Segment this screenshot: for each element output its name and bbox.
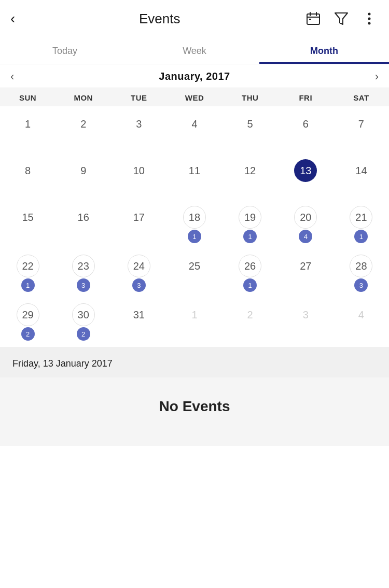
day-number: 22 — [17, 255, 39, 277]
day-number: 26 — [239, 255, 261, 277]
day-number: 7 — [350, 113, 372, 135]
day-number: 12 — [239, 159, 261, 182]
day-number: 24 — [128, 255, 150, 277]
day-number: 1 — [17, 113, 39, 135]
calendar-cell[interactable]: 11 — [166, 153, 222, 200]
calendar-cell[interactable]: 14 — [334, 153, 389, 200]
calendar-cell[interactable]: 191 — [223, 200, 278, 248]
calendar-grid: 1234567891011121314151617181191204211221… — [0, 106, 389, 346]
event-badge: 1 — [354, 230, 368, 243]
day-number: 4 — [350, 303, 372, 326]
filter-icon-button[interactable] — [332, 9, 351, 28]
day-number: 25 — [183, 255, 206, 277]
more-icon-button[interactable] — [360, 9, 379, 28]
header: ‹ Events — [0, 0, 389, 37]
calendar-cell[interactable]: 7 — [334, 106, 389, 153]
page-title: Events — [15, 11, 304, 27]
more-icon — [367, 11, 371, 26]
event-badge: 1 — [21, 278, 35, 292]
calendar-cell[interactable]: 3 — [278, 297, 334, 346]
day-number: 10 — [128, 159, 150, 182]
next-month-button[interactable]: › — [365, 70, 389, 83]
event-badge: 1 — [243, 278, 257, 292]
calendar-cell[interactable]: 15 — [0, 200, 55, 248]
day-number: 2 — [72, 113, 95, 135]
day-number: 19 — [239, 206, 261, 229]
tab-today[interactable]: Today — [0, 37, 130, 64]
day-header-tue: TUE — [111, 93, 166, 102]
tab-month[interactable]: Month — [259, 37, 389, 64]
day-number: 29 — [17, 303, 39, 326]
day-number: 17 — [128, 206, 150, 229]
calendar-cell[interactable]: 12 — [223, 153, 278, 200]
day-number: 8 — [17, 159, 39, 182]
selected-date-label: Friday, 13 January 2017 — [12, 358, 113, 369]
calendar-cell[interactable]: 211 — [334, 200, 389, 248]
calendar-cell[interactable]: 17 — [111, 200, 166, 248]
day-header-wed: WED — [166, 93, 222, 102]
calendar-cell[interactable]: 27 — [278, 248, 334, 297]
calendar-cell[interactable]: 221 — [0, 248, 55, 297]
calendar-cell[interactable]: 25 — [166, 248, 222, 297]
calendar-cell[interactable]: 243 — [111, 248, 166, 297]
day-number: 27 — [294, 255, 317, 277]
day-header-sat: SAT — [334, 93, 389, 102]
calendar-cell[interactable]: 10 — [111, 153, 166, 200]
month-year-label: January, 2017 — [159, 71, 230, 82]
svg-point-7 — [368, 18, 371, 20]
day-headers: SUNMONTUEWEDTHUFRISAT — [0, 88, 389, 106]
day-header-mon: MON — [55, 93, 111, 102]
calendar-cell[interactable]: 302 — [55, 297, 111, 346]
day-number: 3 — [128, 113, 150, 135]
calendar-cell[interactable]: 261 — [223, 248, 278, 297]
day-header-fri: FRI — [278, 93, 334, 102]
calendar-cell[interactable]: 31 — [111, 297, 166, 346]
calendar-cell[interactable]: 5 — [223, 106, 278, 153]
calendar-cell[interactable]: 4 — [166, 106, 222, 153]
day-number: 5 — [239, 113, 261, 135]
svg-rect-4 — [309, 19, 311, 20]
event-badge: 1 — [243, 230, 257, 243]
tab-week[interactable]: Week — [130, 37, 259, 64]
event-badge: 1 — [188, 230, 201, 243]
calendar-cell[interactable]: 6 — [278, 106, 334, 153]
calendar-cell[interactable]: 8 — [0, 153, 55, 200]
svg-marker-5 — [335, 13, 348, 24]
calendar-icon-button[interactable] — [304, 9, 323, 28]
day-number: 3 — [294, 303, 317, 326]
calendar-cell[interactable]: 283 — [334, 248, 389, 297]
header-center: Events — [15, 11, 304, 27]
no-events-label: No Events — [159, 398, 230, 415]
calendar-cell[interactable]: 4 — [334, 297, 389, 346]
day-number: 18 — [183, 206, 206, 229]
calendar-cell[interactable]: 1 — [166, 297, 222, 346]
calendar-cell[interactable]: 2 — [223, 297, 278, 346]
day-number: 9 — [72, 159, 95, 182]
calendar-cell[interactable]: 16 — [55, 200, 111, 248]
calendar-cell[interactable]: 2 — [55, 106, 111, 153]
calendar-cell[interactable]: 9 — [55, 153, 111, 200]
day-number: 1 — [183, 303, 206, 326]
day-number: 2 — [239, 303, 261, 326]
day-number: 31 — [128, 303, 150, 326]
calendar-cell[interactable]: 181 — [166, 200, 222, 248]
header-icons — [304, 9, 379, 28]
event-badge: 2 — [21, 327, 35, 341]
calendar-cell[interactable]: 1 — [0, 106, 55, 153]
selected-date-bar: Friday, 13 January 2017 — [0, 347, 389, 377]
event-badge: 3 — [354, 278, 368, 292]
calendar-cell[interactable]: 13 — [278, 153, 334, 200]
calendar-cell[interactable]: 233 — [55, 248, 111, 297]
month-navigation: ‹ January, 2017 › — [0, 64, 389, 88]
calendar-cell[interactable]: 204 — [278, 200, 334, 248]
day-number: 21 — [350, 206, 372, 229]
calendar-cell[interactable]: 292 — [0, 297, 55, 346]
day-header-sun: SUN — [0, 93, 55, 102]
day-number: 16 — [72, 206, 95, 229]
event-badge: 3 — [132, 278, 146, 292]
back-button[interactable]: ‹ — [10, 10, 15, 27]
day-number: 28 — [350, 255, 372, 277]
header-left: ‹ — [10, 10, 15, 27]
prev-month-button[interactable]: ‹ — [0, 70, 24, 83]
calendar-cell[interactable]: 3 — [111, 106, 166, 153]
